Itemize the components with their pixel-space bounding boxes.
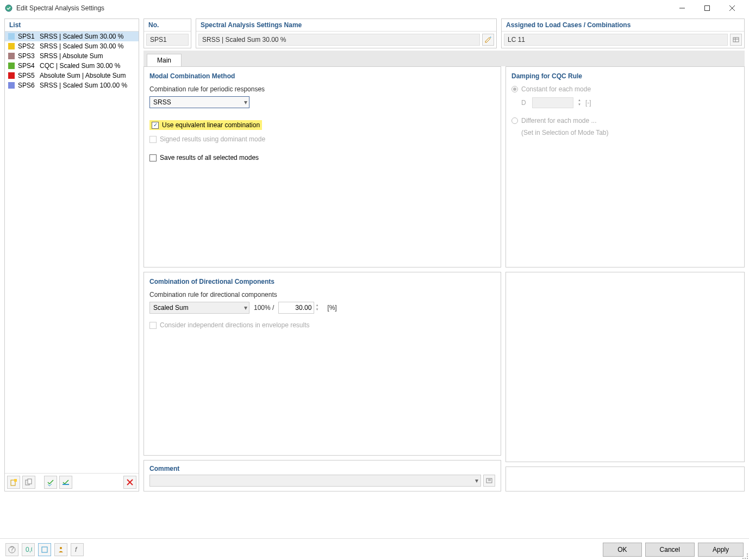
d-unit: [-]: [585, 99, 591, 107]
d-label: D: [521, 99, 529, 107]
empty-section-1: [505, 272, 745, 462]
comment-input[interactable]: ▾: [149, 475, 481, 487]
no-field-box: No. SPS1: [143, 18, 191, 48]
svg-text:0,0: 0,0: [26, 546, 32, 553]
person-button[interactable]: [54, 543, 67, 556]
d-spinner: ▲▼: [577, 98, 582, 107]
assigned-header: Assigned to Load Cases / Combinations: [502, 19, 744, 32]
list-panel: List SPS1SRSS | Scaled Sum 30.00 %SPS2SR…: [4, 18, 139, 491]
list-item-code: SPS4: [18, 62, 36, 70]
chevron-down-icon: ▾: [475, 477, 478, 484]
edit-name-button[interactable]: [482, 34, 494, 46]
periodic-rule-select[interactable]: SRSS ▾: [149, 96, 249, 108]
list-item[interactable]: SPS2SRSS | Scaled Sum 30.00 %: [5, 41, 139, 51]
apply-button[interactable]: Apply: [698, 543, 744, 557]
list-item[interactable]: SPS4CQC | Scaled Sum 30.00 %: [5, 61, 139, 71]
ok-button[interactable]: OK: [603, 543, 641, 557]
delete-button[interactable]: [123, 476, 136, 489]
close-button[interactable]: [720, 0, 745, 16]
copy-button[interactable]: [22, 476, 35, 489]
list-item-code: SPS1: [18, 33, 36, 40]
list-item[interactable]: SPS3SRSS | Absolute Sum: [5, 51, 139, 61]
list-item-label: SRSS | Scaled Sum 100.00 %: [40, 82, 127, 89]
maximize-button[interactable]: [695, 0, 720, 16]
svg-rect-9: [63, 484, 69, 485]
list-item[interactable]: SPS5Absolute Sum | Absolute Sum: [5, 71, 139, 80]
use-equiv-checkbox[interactable]: [152, 122, 159, 129]
list-item-code: SPS2: [18, 42, 36, 50]
assigned-browse-button[interactable]: [730, 34, 742, 46]
view-button[interactable]: [38, 543, 51, 556]
tab-strip: Main: [143, 51, 745, 66]
different-mode-radio: [511, 117, 518, 124]
constant-mode-label: Constant for each mode: [521, 85, 591, 93]
color-swatch: [8, 53, 15, 59]
damping-title: Damping for CQC Rule: [511, 72, 739, 80]
list-item[interactable]: SPS6SRSS | Scaled Sum 100.00 %: [5, 80, 139, 90]
save-results-label: Save results of all selected modes: [160, 154, 259, 161]
svg-text:?: ?: [10, 546, 14, 553]
list-item[interactable]: SPS1SRSS | Scaled Sum 30.00 %: [5, 32, 139, 41]
color-swatch: [8, 72, 15, 79]
constant-mode-radio-row: Constant for each mode: [511, 85, 739, 93]
different-mode-sub: (Set in Selection of Mode Tab): [521, 129, 739, 136]
list-item-code: SPS6: [18, 82, 36, 89]
new-button[interactable]: [7, 476, 20, 489]
directional-rule-select[interactable]: Scaled Sum ▾: [149, 302, 249, 314]
modal-combination-section: Modal Combination Method Combination rul…: [143, 66, 501, 267]
list-toolbar: [5, 473, 139, 491]
no-input[interactable]: SPS1: [146, 34, 189, 46]
function-button[interactable]: f: [71, 543, 84, 556]
color-swatch: [8, 33, 15, 40]
save-results-checkbox-row[interactable]: Save results of all selected modes: [149, 154, 495, 161]
consider-indep-checkbox-row: Consider independent directions in envel…: [149, 321, 495, 329]
assigned-input[interactable]: LC 11: [504, 34, 728, 46]
name-input[interactable]: SRSS | Scaled Sum 30.00 %: [198, 34, 480, 46]
use-equiv-label: Use equivalent linear combination: [162, 121, 260, 129]
help-button[interactable]: ?: [5, 543, 18, 556]
different-mode-radio-row: Different for each mode ...: [511, 117, 739, 125]
save-results-checkbox[interactable]: [149, 154, 157, 161]
cancel-button[interactable]: Cancel: [645, 543, 695, 557]
units-button[interactable]: 0,0: [22, 543, 35, 556]
app-icon: [4, 4, 13, 13]
resize-grip[interactable]: [741, 552, 748, 559]
use-equiv-checkbox-row[interactable]: Use equivalent linear combination: [149, 120, 262, 130]
comment-browse-button[interactable]: [483, 475, 495, 487]
no-header: No.: [144, 19, 191, 32]
svg-rect-2: [705, 6, 710, 11]
pct-input[interactable]: [278, 302, 314, 314]
list-body: SPS1SRSS | Scaled Sum 30.00 %SPS2SRSS | …: [5, 32, 139, 473]
list-item-code: SPS5: [18, 72, 36, 79]
consider-indep-checkbox: [149, 322, 157, 329]
assigned-field-box: Assigned to Load Cases / Combinations LC…: [501, 18, 745, 48]
pct-spinner[interactable]: ▲▼: [314, 303, 320, 312]
window-title: Edit Spectral Analysis Settings: [16, 4, 670, 12]
list-item-label: SRSS | Absolute Sum: [40, 52, 103, 60]
directional-section: Combination of Directional Components Co…: [143, 272, 501, 456]
svg-point-23: [60, 547, 62, 549]
tab-main[interactable]: Main: [147, 54, 182, 66]
color-swatch: [8, 82, 15, 89]
modal-title: Modal Combination Method: [149, 72, 495, 80]
list-item-code: SPS3: [18, 52, 36, 60]
dir-rule-label: Combination rule for directional compone…: [149, 291, 495, 298]
pct-prefix-label: 100% /: [254, 304, 274, 312]
name-header: Spectral Analysis Settings Name: [196, 19, 496, 32]
directional-title: Combination of Directional Components: [149, 278, 495, 285]
empty-section-2: [505, 466, 745, 491]
check-button[interactable]: [44, 476, 57, 489]
rule-label: Combination rule for periodic responses: [149, 85, 495, 93]
color-swatch: [8, 43, 15, 49]
pct-unit-label: [%]: [327, 304, 336, 312]
minimize-button[interactable]: [670, 0, 695, 16]
apply-all-button[interactable]: [59, 476, 72, 489]
signed-results-label: Signed results using dominant mode: [160, 135, 265, 143]
consider-indep-label: Consider independent directions in envel…: [160, 321, 310, 329]
d-input: [532, 97, 573, 108]
comment-title: Comment: [149, 465, 495, 472]
svg-text:f: f: [75, 546, 78, 553]
damping-section: Damping for CQC Rule Constant for each m…: [505, 66, 745, 267]
color-swatch: [8, 63, 15, 69]
svg-rect-8: [28, 479, 32, 484]
